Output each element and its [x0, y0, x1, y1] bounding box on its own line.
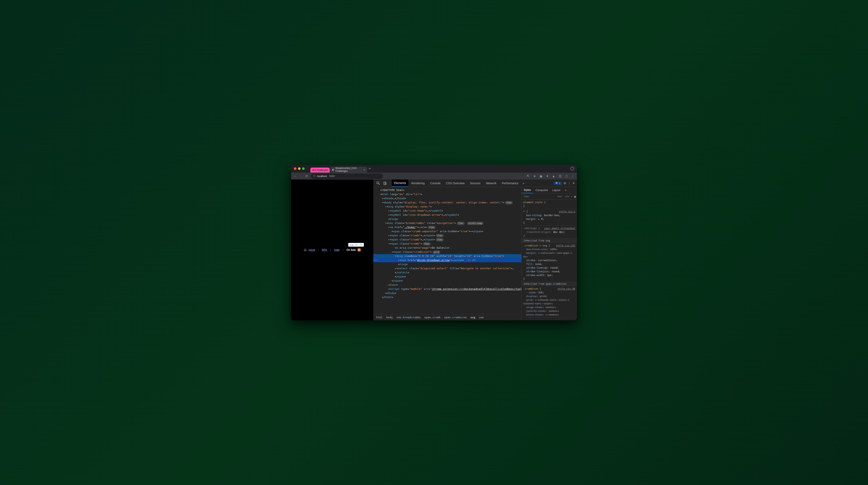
minimize-window-icon[interactable] [298, 167, 301, 170]
tab-network[interactable]: Network [484, 179, 499, 187]
extension-icon-2[interactable]: ▲ [552, 174, 555, 178]
tab-css-overview[interactable]: CSS Overview [444, 179, 467, 187]
tab-console[interactable]: Console [428, 179, 443, 187]
tab-performance[interactable]: Performance [500, 179, 521, 187]
content-area: svg 24 × 24 Home → RPG Indie On Sale | [291, 179, 577, 320]
titlebar: GUI Challenges ◐ Breadcrumbs | GUI Chall… [291, 165, 577, 172]
chevron-down-icon[interactable] [358, 249, 361, 251]
forward-button: → [300, 174, 303, 178]
inherited-from-svg: Inherited from svg [522, 238, 577, 243]
url-host: localhost [317, 175, 327, 178]
elements-breadcrumb[interactable]: html body nav.breadcrumbs span.crumb spa… [373, 314, 521, 320]
globe-icon: ◐ [332, 168, 334, 171]
web-page: svg 24 × 24 Home → RPG Indie On Sale [291, 179, 373, 320]
path-svg[interactable]: svg [470, 316, 475, 319]
extensions-puzzle-icon[interactable]: ✦ [546, 174, 549, 178]
device-toggle-icon[interactable] [382, 181, 388, 185]
hov-toggle[interactable]: :hov [557, 195, 562, 198]
extension-icon-1[interactable]: ◉ [539, 174, 542, 178]
browser-tabs: GUI Challenges ◐ Breadcrumbs | GUI Chall… [310, 165, 371, 172]
traffic-lights [294, 167, 305, 170]
path-nav[interactable]: nav.breadcrumbs [397, 316, 421, 319]
path-span-crumbicon[interactable]: span.crumbicon [444, 316, 467, 319]
devtools-tabs: | Elements Rendering Console CSS Overvie… [373, 179, 577, 187]
breadcrumbs-nav: Home → RPG Indie On Sale [304, 249, 361, 251]
issues-count: 1 [559, 182, 560, 184]
maximize-window-icon[interactable] [302, 167, 305, 170]
tab-pinned[interactable]: GUI Challenges [310, 168, 330, 172]
tooltip-dimensions: 24 × 24 [354, 244, 362, 246]
styles-filter-input[interactable] [523, 195, 555, 198]
styles-tabs: Styles Computed Layout » [522, 187, 577, 194]
extension-icon-3[interactable]: ⬯ [565, 174, 568, 178]
path-body[interactable]: body [386, 316, 393, 319]
stab-layout[interactable]: Layout [550, 187, 562, 193]
devtools-menu-icon[interactable]: ⋮ [568, 181, 571, 185]
chevron-down-icon[interactable] [329, 249, 332, 251]
tab-elements[interactable]: Elements [392, 179, 408, 187]
tab-sources[interactable]: Sources [468, 179, 483, 187]
bookmark-star-icon[interactable]: ★ [533, 174, 536, 178]
tooltip-tag: svg [350, 244, 353, 246]
tab-label: Breadcrumbs | GUI Challenges [336, 167, 362, 172]
stab-styles[interactable]: Styles [522, 187, 533, 193]
separator-icon: → [317, 249, 320, 251]
rule-crumbicon[interactable]: style.css:96 .crumbicon { --size: 3ch; d… [522, 286, 577, 318]
close-devtools-icon[interactable]: ✕ [572, 181, 575, 185]
back-button[interactable]: ← [293, 174, 297, 178]
address-bar[interactable]: ⓘ localhost:3000 [311, 174, 383, 179]
elements-tree[interactable]: <!DOCTYPE html> <html lang="en" dir="ltr… [373, 187, 521, 314]
rule-element-style[interactable]: element.style {} [522, 200, 577, 209]
cls-toggle[interactable]: .cls [564, 195, 569, 198]
styles-filter-row: :hov .cls + ▣ [522, 194, 577, 200]
breadcrumb-current: On Sale [347, 249, 356, 251]
rule-universal[interactable]: style.css:1 * { box-sizing: border-box; … [522, 209, 577, 226]
menu-icon[interactable]: ⋮ [571, 174, 575, 178]
reload-button[interactable]: ⟳ [305, 174, 308, 178]
new-rule-icon[interactable]: + [571, 195, 572, 198]
tab-rendering[interactable]: Rendering [409, 179, 427, 187]
reading-list-icon[interactable]: ☰ [558, 174, 562, 178]
path-use[interactable]: use [479, 316, 484, 319]
share-icon[interactable]: ⇱ [526, 174, 530, 178]
path-html[interactable]: html [376, 316, 382, 319]
devtools-body: <!DOCTYPE html> <html lang="en" dir="ltr… [373, 187, 577, 320]
more-styles-tabs-icon[interactable]: » [563, 187, 568, 193]
devtools-panel: | Elements Rendering Console CSS Overvie… [373, 179, 577, 320]
inherited-from-crumbicon: Inherited from span.crumbicon [522, 282, 577, 286]
browser-window: GUI Challenges ◐ Breadcrumbs | GUI Chall… [291, 165, 577, 320]
box-model-icon[interactable]: ▣ [574, 195, 576, 198]
toolbar: ← → ⟳ ⓘ localhost:3000 ⇱ ★ ◉ ✦ ▲ ☰ ⬯ ⋮ [291, 172, 577, 179]
rule-crumbicon-svg[interactable]: style.css:142 .crumbicon > svg { max-blo… [522, 243, 577, 282]
more-tabs-icon[interactable]: » [521, 181, 526, 185]
info-icon[interactable]: ⓘ [313, 174, 315, 178]
chevron-down-icon[interactable] [342, 249, 344, 251]
inspect-icon[interactable] [375, 181, 381, 185]
stab-computed[interactable]: Computed [533, 187, 550, 193]
element-tooltip: svg 24 × 24 [348, 243, 364, 247]
settings-gear-icon[interactable]: ⚙ [564, 181, 566, 185]
breadcrumb-home[interactable]: Home [309, 249, 315, 251]
breadcrumb-indie[interactable]: Indie [334, 249, 340, 251]
issues-badge[interactable]: 1 [554, 181, 562, 185]
breadcrumb-rpg[interactable]: RPG [322, 249, 327, 251]
new-tab-button[interactable]: + [369, 167, 371, 171]
url-port: :3000 [329, 175, 335, 178]
path-span-crumb[interactable]: span.crumb [424, 316, 440, 319]
close-tab-icon[interactable]: × [364, 168, 365, 171]
close-window-icon[interactable] [294, 167, 297, 170]
home-icon [304, 249, 307, 251]
tab-active[interactable]: ◐ Breadcrumbs | GUI Challenges × [330, 167, 367, 172]
account-icon[interactable] [570, 167, 574, 170]
svg-rect-1 [383, 182, 385, 184]
rule-user-agent[interactable]: user agent stylesheet :not(svg) { transf… [522, 226, 577, 238]
styles-pane: Styles Computed Layout » :hov .cls + ▣ e… [521, 187, 577, 320]
